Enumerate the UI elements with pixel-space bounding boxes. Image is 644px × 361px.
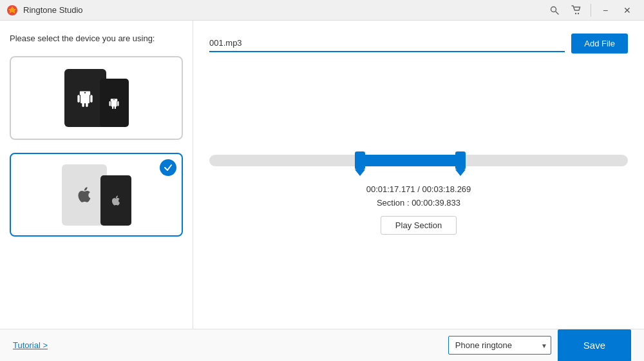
ios-device-card[interactable] — [10, 153, 183, 237]
svg-point-4 — [575, 12, 576, 14]
android-device-card[interactable] — [10, 56, 183, 140]
file-row: Add File — [209, 34, 628, 54]
title-separator — [591, 4, 591, 17]
slider-handle-left[interactable] — [355, 151, 365, 170]
ios-devices-illustration — [62, 164, 131, 226]
tutorial-link[interactable]: Tutorial > — [13, 340, 48, 350]
slider-container[interactable] — [209, 144, 628, 177]
section-display: Section : 00:00:39.833 — [366, 197, 471, 210]
selected-check-icon — [160, 159, 176, 176]
close-button[interactable]: ✕ — [617, 0, 638, 21]
right-panel: Add File 00:01:17.171 / 00:03:18.269 Sec… — [193, 21, 644, 329]
left-panel: Please select the device you are using: — [0, 21, 193, 329]
title-bar: Ringtone Studio − ✕ — [0, 0, 644, 21]
slider-track — [209, 155, 628, 166]
ringtone-select[interactable]: Phone ringtone Alarm ringtone Notificati… — [448, 336, 551, 355]
svg-point-2 — [551, 6, 556, 12]
file-path-input[interactable] — [209, 35, 565, 52]
add-file-button[interactable]: Add File — [571, 34, 628, 54]
save-button[interactable]: Save — [558, 329, 631, 362]
svg-line-3 — [556, 12, 558, 14]
bottom-bar: Tutorial > Phone ringtone Alarm ringtone… — [0, 329, 644, 361]
ringtone-select-wrapper: Phone ringtone Alarm ringtone Notificati… — [448, 336, 551, 355]
device-select-label: Please select the device you are using: — [10, 34, 183, 43]
timeline-area: 00:01:17.171 / 00:03:18.269 Section : 00… — [209, 63, 628, 316]
cart-icon[interactable] — [566, 0, 587, 21]
ios-phone-icon — [100, 175, 131, 226]
main-content: Please select the device you are using: — [0, 21, 644, 329]
svg-point-5 — [578, 12, 579, 14]
app-title: Ringtone Studio — [23, 5, 544, 15]
play-section-button[interactable]: Play Section — [381, 216, 457, 235]
app-logo-icon — [6, 5, 18, 16]
time-display: 00:01:17.171 / 00:03:18.269 — [366, 183, 471, 197]
android-phone-icon — [100, 79, 129, 127]
android-devices-illustration — [64, 69, 129, 127]
bottom-right: Phone ringtone Alarm ringtone Notificati… — [448, 329, 631, 362]
timeline-info: 00:01:17.171 / 00:03:18.269 Section : 00… — [366, 183, 471, 210]
slider-selection — [360, 155, 460, 166]
title-bar-actions: − ✕ — [544, 0, 638, 21]
search-icon[interactable] — [544, 0, 565, 21]
slider-handle-right[interactable] — [455, 151, 466, 170]
minimize-button[interactable]: − — [595, 0, 616, 21]
